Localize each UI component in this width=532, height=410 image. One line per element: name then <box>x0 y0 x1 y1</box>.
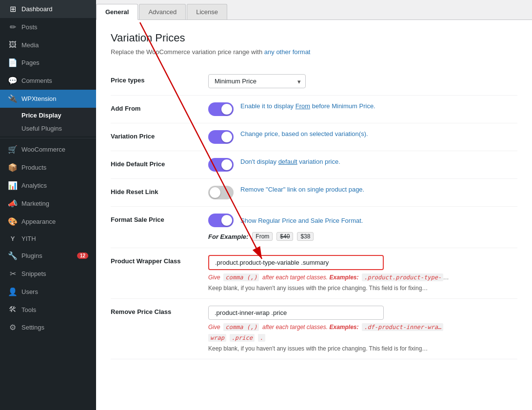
sidebar-item-pages[interactable]: 📄 Pages <box>0 54 96 72</box>
example-label: For Example: <box>208 233 248 240</box>
plugins-badge: 12 <box>77 253 88 259</box>
tools-icon: 🛠 <box>8 305 18 314</box>
posts-icon: ✏ <box>8 22 18 32</box>
sidebar-item-wpxtension[interactable]: 🔌 WPXtension <box>0 90 96 108</box>
sidebar-separator-1 <box>0 138 96 138</box>
sidebar-item-marketing[interactable]: 📣 Marketing <box>0 195 96 213</box>
label-hide-default-price: Hide Default Price <box>111 158 208 168</box>
desc-remove-price-class-3: Keep blank, if you haven't any issues wi… <box>208 345 443 352</box>
toggle-format-sale-price[interactable] <box>208 214 234 227</box>
value-add-from: Enable it to display From before Minimum… <box>208 102 517 116</box>
value-hide-reset-link: Remove "Clear" link on single product pa… <box>208 186 517 199</box>
toggle-variation-price[interactable] <box>208 130 234 144</box>
desc-product-wrapper-class-2: Keep blank, if you haven't any issues wi… <box>208 285 449 292</box>
appearance-icon: 🎨 <box>8 217 18 226</box>
desc-add-from: Enable it to display From before Minimum… <box>240 102 375 110</box>
sidebar-label-yith: YITH <box>21 235 36 242</box>
example-price-tag: $38 <box>297 232 314 241</box>
page-title: Variation Prices <box>111 32 517 44</box>
desc-hide-reset-link: Remove "Clear" link on single product pa… <box>240 186 364 193</box>
sidebar-label-users: Users <box>21 288 38 295</box>
example-strike-tag: $40 <box>276 232 293 241</box>
sidebar: ⊞ Dashboard ✏ Posts 🖼 Media 📄 Pages 💬 Co… <box>0 0 96 410</box>
sidebar-item-useful-plugins[interactable]: Useful Plugins <box>0 122 96 135</box>
sidebar-item-plugins[interactable]: 🔧 Plugins 12 <box>0 247 96 265</box>
sidebar-item-appearance[interactable]: 🎨 Appearance <box>0 213 96 231</box>
toggle-hide-reset-link[interactable] <box>208 186 234 199</box>
marketing-icon: 📣 <box>8 199 18 208</box>
sidebar-item-settings[interactable]: ⚙ Settings <box>0 318 96 336</box>
content-area: Variation Prices Replace the WooCommerce… <box>96 20 532 410</box>
code-example-2: .df-product-inner-wra… <box>362 323 443 331</box>
settings-row-add-from: Add From Enable it to display From befor… <box>111 96 517 123</box>
sidebar-label-plugins: Plugins <box>21 252 42 259</box>
tabs-bar: General Advanced License <box>96 0 532 20</box>
select-wrap-price-types: Minimum Price Maximum Price Average Pric… <box>208 74 306 88</box>
sidebar-submenu: Price Display Useful Plugins <box>0 108 96 136</box>
sidebar-label-wpxtension: WPXtension <box>21 95 57 102</box>
desc-product-wrapper-class: Give comma (,) after each target classes… <box>208 274 449 281</box>
label-hide-reset-link: Hide Reset Link <box>111 186 208 195</box>
example-from-tag: From <box>252 232 273 241</box>
tab-license[interactable]: License <box>187 4 227 20</box>
desc-remove-price-class: Give comma (,) after each target classes… <box>208 324 443 331</box>
sidebar-item-media[interactable]: 🖼 Media <box>0 36 96 54</box>
sidebar-label-analytics: Analytics <box>21 182 47 189</box>
sidebar-item-yith[interactable]: Y YITH <box>0 231 96 247</box>
sidebar-label-woocommerce: WooCommerce <box>21 146 65 153</box>
wpxtension-icon: 🔌 <box>8 94 18 103</box>
toggle-row-format-sale: Show Regular Price and Sale Price Format… <box>208 214 363 227</box>
default-underline: default <box>278 158 297 165</box>
code-price: .price <box>230 334 255 342</box>
media-icon: 🖼 <box>8 40 18 49</box>
label-product-wrapper-class: Product Wrapper Class <box>111 255 208 265</box>
from-underline: From <box>296 102 310 110</box>
settings-row-price-types: Price types Minimum Price Maximum Price … <box>111 67 517 96</box>
label-remove-price-class: Remove Price Class <box>111 306 208 315</box>
pages-icon: 📄 <box>8 58 18 67</box>
settings-row-variation-price: Variation Price Change price, based on s… <box>111 123 517 151</box>
sidebar-item-price-display[interactable]: Price Display <box>0 109 96 122</box>
plugins-icon: 🔧 <box>8 251 18 260</box>
label-add-from: Add From <box>111 102 208 112</box>
main-area: General Advanced License Variation Price… <box>96 0 532 410</box>
tab-advanced[interactable]: Advanced <box>139 4 186 20</box>
sidebar-item-posts[interactable]: ✏ Posts <box>0 18 96 36</box>
settings-row-format-sale-price: Format Sale Price Show Regular Price and… <box>111 207 517 248</box>
page-description: Replace the WooCommerce variation price … <box>111 48 517 56</box>
sidebar-item-analytics[interactable]: 📊 Analytics <box>0 176 96 195</box>
input-remove-price-class[interactable] <box>208 306 384 320</box>
sidebar-item-dashboard[interactable]: ⊞ Dashboard <box>0 0 96 18</box>
example-box: For Example: From $40 $38 <box>208 232 363 241</box>
settings-row-remove-price-class: Remove Price Class Give comma (,) after … <box>111 299 517 359</box>
sidebar-item-woocommerce[interactable]: 🛒 WooCommerce <box>0 140 96 158</box>
snippets-icon: ✂ <box>8 269 18 278</box>
sidebar-label-products: Products <box>21 164 46 171</box>
value-price-types: Minimum Price Maximum Price Average Pric… <box>208 74 517 88</box>
sidebar-item-comments[interactable]: 💬 Comments <box>0 72 96 90</box>
desc-variation-price: Change price, based on selected variatio… <box>240 130 368 137</box>
yith-icon: Y <box>8 235 18 242</box>
toggle-hide-default-price[interactable] <box>208 158 234 172</box>
tab-general[interactable]: General <box>96 4 138 20</box>
sidebar-item-snippets[interactable]: ✂ Snippets <box>0 265 96 283</box>
sidebar-item-users[interactable]: 👤 Users <box>0 283 96 301</box>
sidebar-label-marketing: Marketing <box>21 200 49 207</box>
code-wrap: wrap <box>208 334 226 342</box>
sidebar-label-posts: Posts <box>21 23 38 31</box>
value-variation-price: Change price, based on selected variatio… <box>208 130 517 144</box>
select-price-types[interactable]: Minimum Price Maximum Price Average Pric… <box>208 74 306 88</box>
desc-format-sale-price: Show Regular Price and Sale Price Format… <box>240 217 363 224</box>
description-link[interactable]: any other format <box>264 48 311 56</box>
sidebar-label-pages: Pages <box>21 59 39 66</box>
label-format-sale-price: Format Sale Price <box>111 214 208 223</box>
sidebar-label-settings: Settings <box>21 324 44 331</box>
sidebar-item-tools[interactable]: 🛠 Tools <box>0 301 96 318</box>
label-variation-price: Variation Price <box>111 130 208 140</box>
sidebar-item-products[interactable]: 📦 Products <box>0 158 96 176</box>
settings-row-product-wrapper-class: Product Wrapper Class Give comma (,) aft… <box>111 248 517 299</box>
woocommerce-icon: 🛒 <box>8 145 18 154</box>
sidebar-label-appearance: Appearance <box>21 218 56 225</box>
toggle-add-from[interactable] <box>208 102 234 116</box>
input-product-wrapper-class[interactable] <box>208 255 384 270</box>
